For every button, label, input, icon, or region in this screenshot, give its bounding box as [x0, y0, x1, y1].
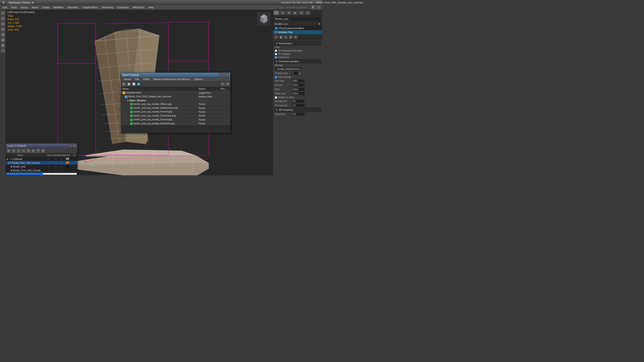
relative-bbox-check[interactable]	[275, 96, 277, 98]
lp-select-objects[interactable]: ◻	[21, 148, 26, 153]
visibility-icon[interactable]: ☷	[9, 158, 12, 160]
search-button[interactable]: 🔍	[311, 5, 316, 10]
menu-views[interactable]: Views	[30, 6, 40, 9]
lp-freeze-all[interactable]: ❄	[31, 148, 36, 153]
expand-icon[interactable]: —	[6, 166, 10, 168]
resolution-input[interactable]	[291, 112, 305, 116]
viewport[interactable]: [+][Perspective][Shaded] Total Polys: 97…	[6, 10, 273, 175]
rp-tab-motion[interactable]: ▶	[292, 10, 298, 15]
table-row[interactable]: Border_Post_USA_Canada_max_vray.max Netw…	[121, 95, 230, 98]
list-item[interactable]: VRayDisplacementMod	[273, 26, 322, 30]
render-cell[interactable]: □	[58, 169, 64, 172]
hide-cell[interactable]: —	[46, 162, 52, 164]
lp-hide-all[interactable]: 👁	[26, 148, 31, 153]
lp-scroll-input[interactable]	[6, 172, 77, 175]
menu-rendering[interactable]: Rendering	[100, 6, 115, 9]
table-row[interactable]: border_post_usa_canada_Normal.png Found	[121, 118, 230, 122]
snap-tool[interactable]: ⊞	[0, 32, 5, 37]
lp-scrollbar[interactable]	[6, 172, 77, 175]
lp-delete-layer[interactable]: ⊖	[12, 148, 16, 153]
texture-chan-spinner-up[interactable]: ▲	[299, 72, 301, 74]
menu-customize[interactable]: Customize	[116, 6, 130, 9]
lp-settings[interactable]: ⚙	[41, 148, 46, 153]
texture-chan-input[interactable]	[291, 72, 298, 75]
at-menu-bitmap[interactable]: Bitmap Performance and Memory	[152, 77, 192, 81]
hide-cell[interactable]: —	[46, 158, 52, 160]
at-tb-2[interactable]: 📋	[126, 82, 131, 86]
type-2d-radio[interactable]	[275, 50, 277, 52]
filter-blur-input[interactable]	[291, 79, 305, 82]
table-row[interactable]: border_post_usa_canada_Diffuse.png Found	[121, 102, 230, 106]
color-cell[interactable]	[64, 165, 71, 168]
visibility-icon[interactable]: ◉	[10, 166, 13, 168]
select-tool[interactable]: ↖	[0, 11, 5, 16]
table-row[interactable]: border_post_usa_canada_Glossiness.png Fo…	[121, 114, 230, 118]
list-item[interactable]: — ◉ Border_Post_USA_Canada — — □	[6, 168, 77, 172]
rp-tab-hierarchy[interactable]: ⊞	[286, 10, 292, 15]
expand-icon[interactable]: —	[6, 169, 10, 172]
menu-graph-editors[interactable]: Graph Editors	[81, 6, 100, 9]
menu-edit[interactable]: Edit	[1, 6, 9, 9]
table-row[interactable]: ▶ Maps / Shaders	[121, 98, 230, 102]
at-menu-server[interactable]: Server	[122, 77, 133, 81]
at-tb-help[interactable]: ?	[220, 82, 225, 86]
hide-cell[interactable]: —	[46, 169, 52, 172]
lp-close[interactable]: ✕	[73, 144, 76, 147]
menu-group[interactable]: Group	[19, 6, 30, 9]
type-3d-radio[interactable]	[275, 53, 277, 55]
remove-modifier[interactable]: 🗑	[288, 35, 293, 39]
freeze-cell[interactable]: —	[52, 166, 58, 168]
list-item[interactable]: ▶ ☷ Border_Post_USA_Canada — — □	[6, 161, 77, 165]
rp-tab-create[interactable]: ✦	[274, 10, 279, 15]
rotate-tool[interactable]: ↺	[0, 22, 5, 26]
common-params-header[interactable]: ▼ Common params	[274, 59, 321, 64]
object-name-input[interactable]	[274, 17, 321, 21]
color-cell[interactable]	[64, 169, 71, 172]
visibility-icon[interactable]: ☷	[9, 162, 12, 164]
at-tb-1[interactable]: 🗁	[122, 82, 126, 86]
expand-icon[interactable]: ▶	[6, 158, 9, 160]
color-cell[interactable]	[64, 158, 71, 160]
filter-texmap-check[interactable]	[275, 76, 277, 78]
configure[interactable]: ⚙	[294, 35, 298, 39]
menu-maxscript[interactable]: MAXScript	[131, 6, 146, 9]
rp-tab-display[interactable]: 👁	[298, 10, 304, 15]
rp-tab-utilities[interactable]: ⚙	[305, 10, 310, 15]
type-subdiv-radio[interactable]	[275, 56, 277, 58]
render-cell[interactable]: □	[58, 166, 64, 168]
show-end[interactable]: ▣	[278, 35, 283, 39]
at-maximize[interactable]: □	[222, 73, 226, 76]
menu-tools[interactable]: Tools	[9, 6, 18, 9]
lp-new-layer[interactable]: ⊕	[6, 148, 11, 153]
list-item[interactable]: Editable Poly	[273, 30, 322, 34]
show-all[interactable]: ⊡	[284, 35, 288, 39]
color-cell[interactable]	[64, 162, 71, 164]
texmap-min-input[interactable]	[291, 100, 305, 103]
at-tb-3[interactable]: 📊	[132, 82, 136, 86]
list-item[interactable]: ▶ ☷ 0 (default) — — —	[6, 157, 77, 161]
table-row[interactable]: Autodesk Vault Logged Out ...	[121, 91, 230, 95]
workspace-dropdown[interactable]: Workspace: Default	[7, 0, 35, 5]
at-menu-paths[interactable]: Paths	[141, 77, 151, 81]
expand-icon[interactable]: ▶	[6, 162, 9, 164]
texmap-max-input[interactable]	[291, 104, 305, 107]
rp-tab-modify[interactable]: 🔧	[280, 10, 286, 15]
freeze-cell[interactable]: —	[52, 169, 58, 172]
freeze-cell[interactable]: —	[52, 158, 58, 160]
help-button[interactable]: ?	[316, 5, 321, 10]
table-row[interactable]: border_post_usa_canada_Fresnel.png Found	[121, 110, 230, 114]
render-cell[interactable]: □	[58, 162, 64, 164]
shift-input[interactable]	[291, 88, 305, 91]
lp-help[interactable]: ?	[69, 144, 72, 147]
menu-help[interactable]: Help	[147, 6, 156, 9]
at-close[interactable]: ✕	[226, 73, 229, 76]
at-scrollbar[interactable]	[121, 126, 230, 128]
viewport-cube[interactable]: TOP LEFT FRONT	[257, 12, 270, 26]
lp-render-all[interactable]: 📷	[36, 148, 40, 153]
freeze-cell[interactable]: —	[52, 162, 58, 164]
at-tb-4[interactable]: 📁	[136, 82, 141, 86]
move-tool[interactable]: ✛	[0, 16, 5, 21]
at-menu-options[interactable]: Options	[192, 77, 204, 81]
bind-space-warp[interactable]: ~	[0, 48, 5, 53]
help-search-input[interactable]	[277, 5, 310, 10]
